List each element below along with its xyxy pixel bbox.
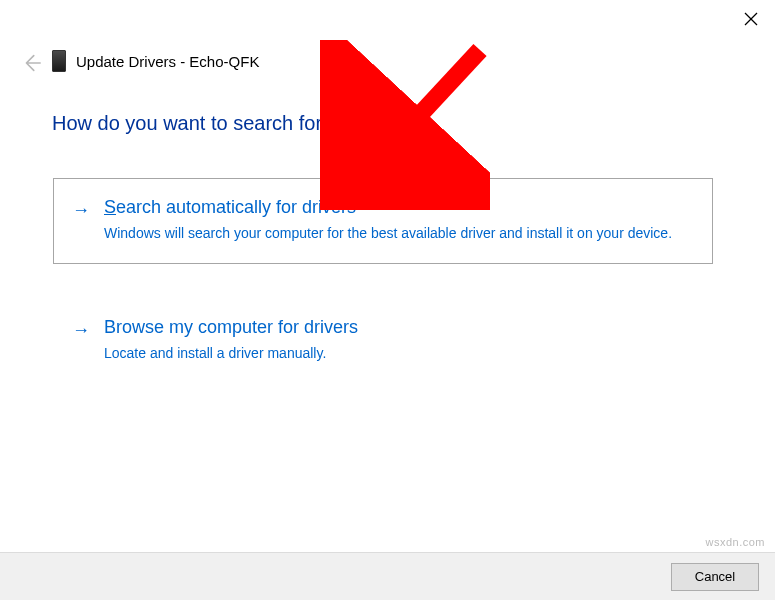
dialog-footer: Cancel: [0, 552, 775, 600]
device-icon: [52, 50, 66, 72]
close-button[interactable]: [744, 12, 760, 28]
option-desc: Windows will search your computer for th…: [104, 224, 692, 243]
option-search-automatically[interactable]: → Search automatically for drivers Windo…: [53, 178, 713, 264]
dialog-header: Update Drivers - Echo-QFK: [52, 50, 259, 72]
back-button[interactable]: [20, 52, 42, 74]
close-icon: [744, 12, 758, 26]
option-body: Search automatically for drivers Windows…: [104, 197, 692, 243]
option-body: Browse my computer for drivers Locate an…: [104, 317, 692, 363]
cancel-button[interactable]: Cancel: [671, 563, 759, 591]
options-list: → Search automatically for drivers Windo…: [53, 178, 713, 414]
option-title: Browse my computer for drivers: [104, 317, 692, 338]
watermark: wsxdn.com: [705, 536, 765, 548]
arrow-right-icon: →: [72, 199, 90, 221]
option-desc: Locate and install a driver manually.: [104, 344, 692, 363]
option-title: Search automatically for drivers: [104, 197, 692, 218]
page-heading: How do you want to search for drivers?: [52, 112, 399, 135]
dialog-title: Update Drivers - Echo-QFK: [76, 53, 259, 70]
titlebar: [0, 0, 775, 40]
arrow-right-icon: →: [72, 319, 90, 341]
option-browse-computer[interactable]: → Browse my computer for drivers Locate …: [53, 298, 713, 384]
arrow-left-icon: [20, 52, 42, 74]
